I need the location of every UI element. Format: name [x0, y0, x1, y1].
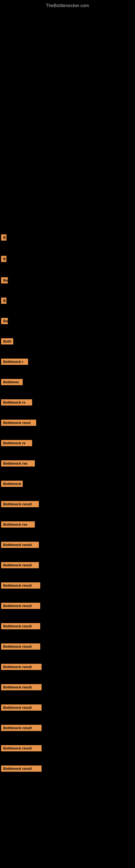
bar-row: Bottleneck [0, 479, 135, 489]
bottleneck-result-bar: Bottleneck result [1, 582, 40, 589]
bottleneck-result-bar: B [1, 235, 6, 241]
bottleneck-result-bar: Bottleneck re [1, 399, 32, 405]
bar-row: Bottl [0, 337, 135, 347]
bottleneck-result-bar: Bo [1, 318, 8, 324]
bar-row: Bottleneck result [0, 540, 135, 550]
bar-row: B [0, 297, 135, 306]
bar-row: Bo [0, 317, 135, 326]
bar-row: Bottlenec [0, 378, 135, 388]
bottleneck-result-bar: Bottleneck result [1, 684, 42, 690]
bar-row: Bottleneck result [0, 581, 135, 591]
bottleneck-result-bar: Bottlenec [1, 379, 23, 385]
bar-row: Bottleneck result [0, 561, 135, 570]
bar-row: Bottleneck result [0, 703, 135, 713]
bar-row: Bottleneck result [0, 500, 135, 509]
bar-row: Bottleneck re [0, 398, 135, 408]
bottleneck-result-bar: B [1, 298, 6, 304]
bar-row: Bottleneck r [0, 358, 135, 367]
bar-row: Bottleneck res [0, 520, 135, 530]
bar-row: Bottleneck result [0, 601, 135, 611]
bottleneck-result-bar: Bottleneck result [1, 623, 40, 629]
bar-row: Bo [0, 276, 135, 286]
bottleneck-result-bar: Bottleneck re [1, 440, 32, 446]
bottleneck-result-bar: Bottleneck res [1, 521, 35, 528]
bar-row: Bottleneck result [0, 744, 135, 753]
bottleneck-result-bar: Bottleneck result [1, 562, 39, 568]
bottleneck-result-bar: Bottleneck result [1, 745, 42, 751]
bar-row: Bottleneck result [0, 683, 135, 692]
bar-row: Bottleneck resul [0, 418, 135, 428]
bar-row: B [0, 255, 135, 264]
site-title: TheBottlenecker.com [0, 0, 135, 10]
bar-row: Bottleneck result [0, 642, 135, 652]
bars-container: BBBoBBoBottlBottleneck rBottlenecBottlen… [0, 10, 135, 774]
bottleneck-result-bar: Bottleneck [1, 480, 23, 487]
bar-row: B [0, 233, 135, 243]
bar-row: Bottleneck res [0, 459, 135, 469]
bar-row: Bottleneck result [0, 622, 135, 631]
bar-row: Bottleneck result [0, 663, 135, 672]
bar-row: Bottleneck result [0, 724, 135, 733]
bottleneck-result-bar: Bo [1, 277, 8, 283]
bottleneck-result-bar: Bottleneck result [1, 501, 39, 507]
bottleneck-result-bar: Bottleneck result [1, 643, 40, 650]
bar-row: Bottleneck re [0, 439, 135, 448]
bottleneck-result-bar: Bottleneck r [1, 359, 28, 365]
bottleneck-result-bar: B [1, 256, 6, 262]
bottleneck-result-bar: Bottleneck result [1, 664, 42, 670]
bottleneck-result-bar: Bottleneck result [1, 725, 42, 731]
bottleneck-result-bar: Bottl [1, 338, 13, 344]
bottleneck-result-bar: Bottleneck result [1, 766, 42, 772]
bottleneck-result-bar: Bottleneck res [1, 460, 35, 467]
bottleneck-result-bar: Bottleneck result [1, 603, 40, 609]
bottleneck-result-bar: Bottleneck resul [1, 420, 36, 426]
bottleneck-result-bar: Bottleneck result [1, 705, 42, 711]
bottleneck-result-bar: Bottleneck result [1, 542, 39, 548]
bar-row: Bottleneck result [0, 764, 135, 774]
